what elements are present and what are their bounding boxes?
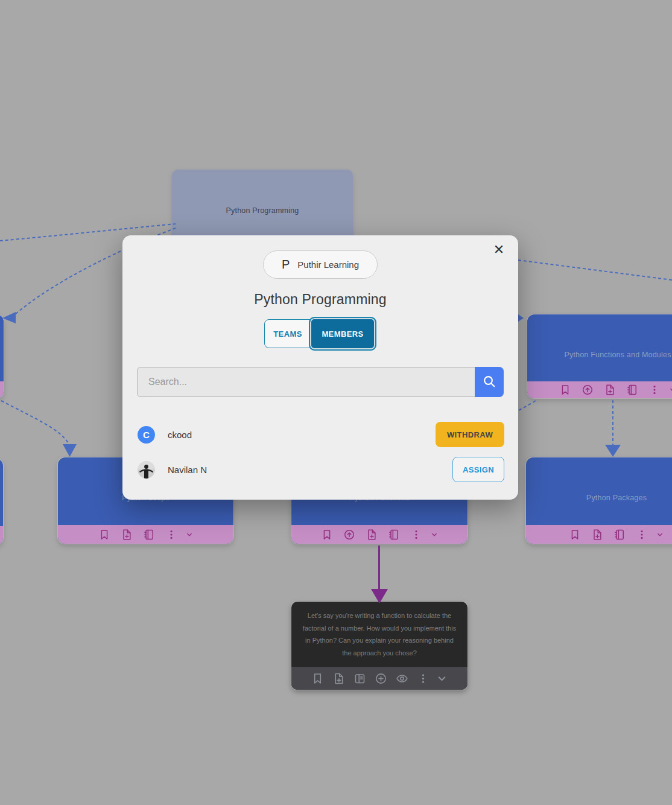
- close-icon[interactable]: ✕: [488, 239, 510, 261]
- member-list: C ckood WITHDRAW: [122, 421, 518, 483]
- note-add-icon[interactable]: [604, 384, 616, 396]
- offscreen-node[interactable]: [0, 459, 3, 545]
- bookmark-icon[interactable]: [98, 529, 110, 541]
- kebab-icon[interactable]: [410, 529, 422, 541]
- edge-functions-modules-down-left: [518, 401, 536, 411]
- layout-icon[interactable]: [353, 672, 366, 685]
- question-card-toolbar: [291, 667, 468, 690]
- node-toolbar: [291, 525, 468, 544]
- member-name: Navilan N: [168, 465, 452, 475]
- chevron-down-icon[interactable]: [436, 672, 448, 685]
- kebab-icon[interactable]: [648, 384, 661, 396]
- org-logo: P: [282, 258, 290, 272]
- note-add-icon[interactable]: [332, 672, 345, 685]
- eye-icon[interactable]: [396, 672, 408, 685]
- edge-functions-to-question: [371, 546, 388, 603]
- node-title: Python Functions and Modules: [564, 351, 671, 359]
- kebab-icon[interactable]: [636, 529, 648, 541]
- kebab-icon[interactable]: [165, 529, 177, 541]
- bookmark-icon[interactable]: [559, 384, 571, 396]
- mindmap-canvas: Python Programming Python Functions and …: [0, 0, 672, 805]
- node-python-functions-and-modules[interactable]: Python Functions and Modules: [527, 314, 672, 398]
- assign-members-modal: ✕ P Puthir Learning Python Programming T…: [122, 235, 518, 500]
- search-bar: [137, 367, 504, 397]
- note-add-icon[interactable]: [121, 529, 133, 541]
- modal-title: Python Programming: [122, 289, 518, 310]
- edge-left-node-to-loops: [1, 401, 77, 457]
- magnifier-icon: [482, 374, 496, 390]
- chevron-down-icon[interactable]: [430, 529, 439, 541]
- bookmark-icon[interactable]: [321, 529, 333, 541]
- tab-group: TEAMS MEMBERS: [122, 317, 518, 351]
- chevron-down-icon[interactable]: [668, 384, 672, 396]
- member-row: Navilan N ASSIGN: [122, 456, 518, 483]
- withdraw-button[interactable]: WITHDRAW: [436, 422, 504, 447]
- kebab-icon[interactable]: [417, 672, 430, 685]
- node-python-packages[interactable]: Python Packages: [526, 457, 672, 544]
- member-name: ckood: [168, 430, 436, 440]
- assign-button[interactable]: ASSIGN: [452, 457, 504, 482]
- edge-root-to-right-offscreen: [518, 260, 672, 280]
- node-title: Python Programming: [226, 206, 299, 215]
- search-button[interactable]: [475, 367, 504, 397]
- note-add-icon[interactable]: [591, 529, 603, 541]
- journal-icon[interactable]: [626, 384, 638, 396]
- journal-icon[interactable]: [143, 529, 155, 541]
- question-card[interactable]: Let's say you're writing a function to c…: [291, 602, 468, 690]
- journal-icon[interactable]: [613, 529, 626, 541]
- edge-functions-modules-to-packages: [605, 400, 621, 457]
- node-toolbar: [527, 381, 672, 398]
- node-toolbar: [526, 525, 672, 544]
- org-chip-label: Puthir Learning: [297, 259, 359, 270]
- circle-plus-icon[interactable]: [375, 672, 387, 685]
- node-title: Python Packages: [586, 494, 647, 502]
- chevron-down-icon[interactable]: [656, 529, 664, 541]
- arrow-up-circle-icon[interactable]: [582, 384, 594, 396]
- arrow-up-circle-icon[interactable]: [343, 529, 355, 541]
- bookmark-icon[interactable]: [569, 529, 581, 541]
- note-add-icon[interactable]: [366, 529, 378, 541]
- offscreen-node[interactable]: [0, 314, 4, 398]
- tab-members[interactable]: MEMBERS: [309, 317, 376, 351]
- node-toolbar: [58, 525, 233, 544]
- avatar: [138, 461, 155, 479]
- bookmark-icon[interactable]: [311, 672, 324, 685]
- avatar: C: [138, 426, 155, 444]
- org-chip[interactable]: P Puthir Learning: [263, 250, 378, 279]
- question-text: Let's say you're writing a function to c…: [291, 602, 468, 667]
- tab-teams[interactable]: TEAMS: [264, 319, 311, 348]
- journal-icon[interactable]: [388, 529, 400, 541]
- search-input[interactable]: [137, 367, 504, 397]
- chevron-down-icon[interactable]: [185, 529, 194, 541]
- member-row: C ckood WITHDRAW: [122, 421, 518, 448]
